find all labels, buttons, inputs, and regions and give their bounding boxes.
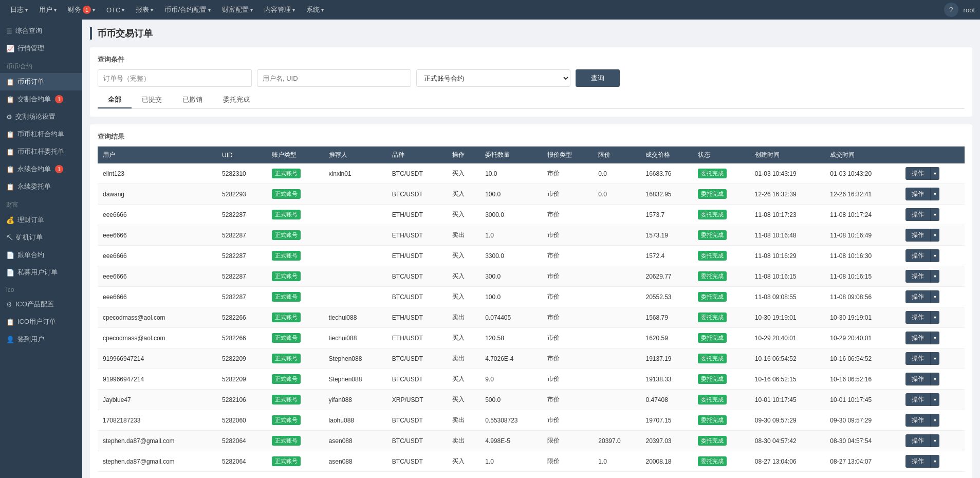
tab-submitted[interactable]: 已提交 <box>132 92 172 108</box>
sidebar-item-ICO用户订单[interactable]: 📋 ICO用户订单 <box>0 313 82 330</box>
table-row: cpecodmass@aol.com 5282266 正式账号 tiechui0… <box>98 328 965 348</box>
nav-system[interactable]: 系统 ▾ <box>301 0 329 20</box>
action-dropdown-button[interactable]: ▾ <box>930 290 939 303</box>
cell-amount: 10.0 <box>480 163 542 184</box>
nav-otc[interactable]: OTC ▾ <box>101 0 130 20</box>
order-number-input[interactable] <box>98 69 252 87</box>
action-button[interactable]: 操作 <box>905 188 930 200</box>
action-button[interactable]: 操作 <box>905 332 930 344</box>
col-deal-time: 成交时间 <box>825 146 900 163</box>
cell-action-group: 操作 ▾ <box>900 348 965 369</box>
action-dropdown-button[interactable]: ▾ <box>930 167 939 180</box>
action-dropdown-button[interactable]: ▾ <box>930 188 939 200</box>
action-button[interactable]: 操作 <box>905 455 930 468</box>
order-icon: 📋 <box>6 148 14 156</box>
col-user: 用户 <box>98 146 217 163</box>
cell-user: Jayblue47 <box>98 390 217 410</box>
tab-completed[interactable]: 委托完成 <box>213 92 260 108</box>
action-dropdown-button[interactable]: ▾ <box>930 352 939 365</box>
cell-operation: 卖出 <box>447 410 480 431</box>
col-price-type: 报价类型 <box>542 146 593 163</box>
action-button[interactable]: 操作 <box>905 290 930 303</box>
cell-account-type: 正式账号 <box>267 163 324 184</box>
sidebar-item-币币杠杆委托单[interactable]: 📋 币币杠杆委托单 <box>0 143 82 160</box>
help-icon[interactable]: ? <box>944 3 958 17</box>
sidebar-item-交割合约单[interactable]: 📋 交割合约单 1 <box>0 90 82 108</box>
cell-action-group: 操作 ▾ <box>900 451 965 472</box>
nav-finance[interactable]: 财务 1 ▾ <box>63 0 100 20</box>
action-button[interactable]: 操作 <box>905 393 930 406</box>
tab-all[interactable]: 全部 <box>98 92 132 108</box>
cell-uid: 5282287 <box>217 205 267 225</box>
nav-reports[interactable]: 报表 ▾ <box>131 0 158 20</box>
sidebar-item-理财订单[interactable]: 💰 理财订单 <box>0 211 82 229</box>
action-dropdown-button[interactable]: ▾ <box>930 434 939 447</box>
cell-deal-price: 20397.03 <box>640 431 693 451</box>
cell-status: 委托完成 <box>693 410 750 431</box>
action-dropdown-button[interactable]: ▾ <box>930 270 939 283</box>
sidebar-item-币币杠杆合约单[interactable]: 📋 币币杠杆合约单 <box>0 125 82 143</box>
action-button[interactable]: 操作 <box>905 373 930 385</box>
cell-limit <box>593 348 640 369</box>
table-row: dawang 5282293 正式账号 BTC/USDT 买入 100.0 市价… <box>98 184 965 205</box>
cell-symbol: ETH/USDT <box>387 328 447 348</box>
cell-symbol: BTC/USDT <box>387 451 447 472</box>
action-button[interactable]: 操作 <box>905 208 930 221</box>
cell-create-time: 11-08 10:17:23 <box>750 205 825 225</box>
action-button[interactable]: 操作 <box>905 311 930 324</box>
sidebar-item-ICO产品配置[interactable]: ⚙ ICO产品配置 <box>0 296 82 313</box>
cell-user: eee6666 <box>98 205 217 225</box>
cell-amount: 4.7026E-4 <box>480 348 542 369</box>
cell-price-type: 市价 <box>542 328 593 348</box>
action-dropdown-button[interactable]: ▾ <box>930 393 939 406</box>
action-button[interactable]: 操作 <box>905 434 930 447</box>
cell-uid: 5282287 <box>217 225 267 246</box>
table-row: eee6666 5282287 正式账号 ETH/USDT 卖出 1.0 市价 … <box>98 225 965 246</box>
sidebar-item-label: 综合查询 <box>15 26 42 35</box>
table-row: 17082187233 5282060 正式账号 laohu088 BTC/US… <box>98 410 965 431</box>
action-dropdown-button[interactable]: ▾ <box>930 373 939 385</box>
user-search-input[interactable] <box>257 69 411 87</box>
sidebar-item-交割场论设置[interactable]: ⚙ 交割场论设置 <box>0 108 82 125</box>
sidebar-item-签到用户[interactable]: 👤 签到用户 <box>0 330 82 348</box>
nav-content[interactable]: 内容管理 ▾ <box>259 0 300 20</box>
cell-action-group: 操作 ▾ <box>900 287 965 307</box>
sidebar-item-综合查询[interactable]: ☰ 综合查询 <box>0 22 82 40</box>
action-button[interactable]: 操作 <box>905 229 930 242</box>
action-dropdown-button[interactable]: ▾ <box>930 229 939 242</box>
tab-cancelled[interactable]: 已撤销 <box>172 92 213 108</box>
action-dropdown-button[interactable]: ▾ <box>930 208 939 221</box>
cell-price-type: 限价 <box>542 431 593 451</box>
sidebar-item-永续委托单[interactable]: 📋 永续委托单 <box>0 178 82 195</box>
cell-deal-time: 11-08 10:16:15 <box>825 266 900 287</box>
action-button[interactable]: 操作 <box>905 414 930 427</box>
sidebar-item-跟单合约[interactable]: 📄 跟单合约 <box>0 246 82 264</box>
nav-users[interactable]: 用户 ▾ <box>34 0 62 20</box>
sidebar-item-矿机订单[interactable]: ⛏ 矿机订单 <box>0 229 82 246</box>
sidebar-item-币币订单[interactable]: 📋 币币订单 <box>0 73 82 90</box>
cell-price-type: 市价 <box>542 287 593 307</box>
action-button[interactable]: 操作 <box>905 270 930 283</box>
sidebar-item-永续合约单[interactable]: 📋 永续合约单 1 <box>0 160 82 178</box>
nav-logs[interactable]: 日志 ▾ <box>5 0 33 20</box>
table-row: elint123 5282310 正式账号 xinxin01 BTC/USDT … <box>98 163 965 184</box>
action-dropdown-button[interactable]: ▾ <box>930 249 939 262</box>
nav-items: 日志 ▾ 用户 ▾ 财务 1 ▾ OTC ▾ 报表 ▾ 币币/合约配置 ▾ 财富… <box>5 0 944 20</box>
query-button[interactable]: 查询 <box>576 69 620 87</box>
setting-icon: ⚙ <box>6 113 12 121</box>
sidebar-item-私募用户订单[interactable]: 📄 私募用户订单 <box>0 264 82 281</box>
action-dropdown-button[interactable]: ▾ <box>930 311 939 324</box>
col-uid: UID <box>217 146 267 163</box>
account-type-select[interactable]: 正式账号合约 模拟账号合约 <box>416 69 570 87</box>
nav-wealth-config[interactable]: 财富配置 ▾ <box>217 0 258 20</box>
action-dropdown-button[interactable]: ▾ <box>930 455 939 468</box>
action-button[interactable]: 操作 <box>905 352 930 365</box>
action-button[interactable]: 操作 <box>905 167 930 180</box>
nav-coin-config[interactable]: 币币/合约配置 ▾ <box>159 0 216 20</box>
cell-deal-price: 0.47408 <box>640 390 693 410</box>
action-dropdown-button[interactable]: ▾ <box>930 332 939 344</box>
contract-icon: 📄 <box>6 251 14 259</box>
action-dropdown-button[interactable]: ▾ <box>930 414 939 427</box>
sidebar-item-行情管理[interactable]: 📈 行情管理 <box>0 40 82 57</box>
action-button[interactable]: 操作 <box>905 249 930 262</box>
